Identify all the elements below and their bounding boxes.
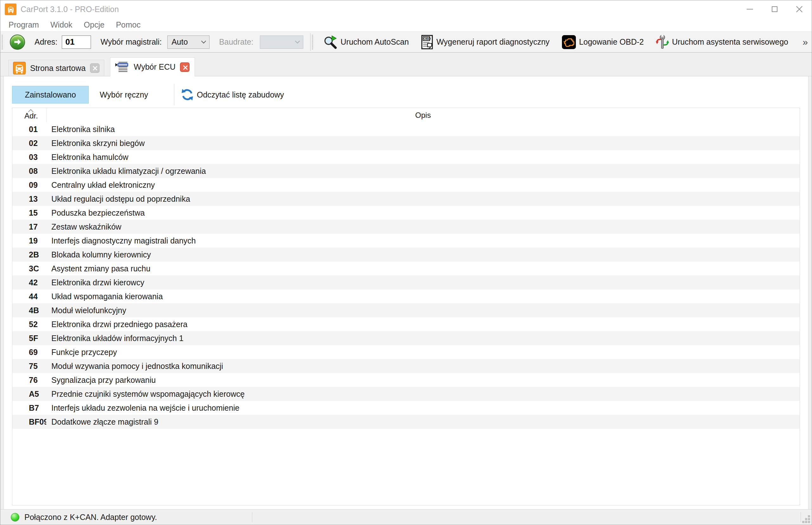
car-icon xyxy=(13,62,26,74)
table-row[interactable]: 15Poduszka bezpieczeństwa xyxy=(12,206,800,220)
table-row[interactable]: 42Elektronika drzwi kierowcy xyxy=(12,275,800,289)
ecu-address: 03 xyxy=(12,150,46,164)
ecu-address: 08 xyxy=(12,164,46,178)
table-row[interactable]: 2BBlokada kolumny kierownicy xyxy=(12,247,800,261)
table-row[interactable]: 19Interfejs diagnostyczny magistrali dan… xyxy=(12,234,800,247)
table-row[interactable]: BF09Dodatkowe złącze magistrali 9 xyxy=(12,415,800,429)
menu-opcje[interactable]: Opcje xyxy=(78,20,110,29)
menu-program[interactable]: Program xyxy=(3,20,45,29)
ecu-description: Moduł wielofunkcyjny xyxy=(46,303,800,317)
obd2-logging-button[interactable]: Logowanie OBD-2 xyxy=(558,35,648,49)
column-header-adr[interactable]: Adr. xyxy=(12,108,46,122)
baudrate-label: Baudrate: xyxy=(219,38,253,47)
table-row[interactable]: 02Elektronika skrzyni biegów xyxy=(12,136,800,150)
ecu-description: Układ regulacji odstępu od poprzednika xyxy=(46,192,800,206)
table-row[interactable]: 76Sygnalizacja przy parkowaniu xyxy=(12,373,800,387)
table-row[interactable]: 75Moduł wzywania pomocy i jednostka komu… xyxy=(12,359,800,373)
ecu-address: 17 xyxy=(12,220,46,234)
ecu-address: 19 xyxy=(12,234,46,247)
svg-text:OBD: OBD xyxy=(423,37,431,40)
ecu-address: 01 xyxy=(12,122,46,136)
table-row[interactable]: 09Centralny układ elektroniczny xyxy=(12,178,800,192)
ecu-description: Moduł wzywania pomocy i jednostka komuni… xyxy=(46,359,800,373)
ecu-description: Elektronika silnika xyxy=(46,122,800,136)
table-row[interactable]: 3CAsystent zmiany pasa ruchu xyxy=(12,261,800,275)
menu-pomoc[interactable]: Pomoc xyxy=(110,20,146,29)
ecu-address: 44 xyxy=(12,289,46,303)
service-assistant-label: Uruchom asystenta serwisowego xyxy=(672,38,788,47)
ecu-address: 75 xyxy=(12,359,46,373)
ecu-description: Poduszka bezpieczeństwa xyxy=(46,206,800,220)
table-row[interactable]: 4BModuł wielofunkcyjny xyxy=(12,303,800,317)
table-row[interactable]: 01Elektronika silnika xyxy=(12,122,800,136)
column-header-opis[interactable]: Opis xyxy=(46,108,800,122)
address-input[interactable] xyxy=(62,35,91,49)
maximize-button[interactable] xyxy=(762,0,787,18)
arrow-right-icon xyxy=(13,38,22,46)
ecu-description: Dodatkowe złącze magistrali 9 xyxy=(46,415,800,429)
toolbar-gripper[interactable] xyxy=(2,35,3,49)
tab-label: Strona startowa xyxy=(30,64,86,73)
subtab-wybor-reczny[interactable]: Wybór ręczny xyxy=(92,86,155,104)
table-row[interactable]: 13Układ regulacji odstępu od poprzednika xyxy=(12,192,800,206)
tab-strona-startowa[interactable]: Strona startowa xyxy=(8,60,104,76)
subtab-label: Wybór ręczny xyxy=(100,90,148,100)
table-row[interactable]: A5Przednie czujniki systemów wspomagając… xyxy=(12,387,800,401)
toolbar: Adres: Wybór magistrali: Auto Baudrate: … xyxy=(0,31,812,52)
ecu-description: Elektronika układów informacyjnych 1 xyxy=(46,331,800,345)
status-bar: Połączono z K+CAN. Adapter gotowy. xyxy=(0,509,812,525)
ecu-address: 69 xyxy=(12,345,46,359)
ecu-address: 3C xyxy=(12,261,46,275)
menu-bar: Program Widok Opcje Pomoc xyxy=(0,18,812,31)
minimize-icon xyxy=(747,9,753,10)
maximize-icon xyxy=(772,6,778,12)
refresh-icon xyxy=(181,88,194,101)
ecu-address: 76 xyxy=(12,373,46,387)
toolbar-separator xyxy=(310,33,310,51)
go-button[interactable] xyxy=(10,34,25,50)
table-row[interactable]: 08Elektronika układu klimatyzacji / ogrz… xyxy=(12,164,800,178)
ecu-address: BF09 xyxy=(12,415,46,429)
ecu-address: A5 xyxy=(12,387,46,401)
subtab-row: Zainstalowano Wybór ręczny Odczytać list… xyxy=(12,86,808,104)
close-button[interactable] xyxy=(787,0,812,18)
subtab-zainstalowano[interactable]: Zainstalowano xyxy=(12,86,89,104)
table-row[interactable]: B7Interfejs układu zezwolenia na wejście… xyxy=(12,401,800,415)
minimize-button[interactable] xyxy=(738,0,762,18)
tab-close-icon[interactable] xyxy=(90,63,100,73)
app-car-icon xyxy=(5,3,16,15)
bus-select[interactable]: Auto xyxy=(167,35,209,49)
service-assistant-button[interactable]: Uruchom asystenta serwisowego xyxy=(652,34,792,50)
table-row[interactable]: 52Elektronika drzwi przedniego pasażera xyxy=(12,317,800,331)
toolbar-overflow-chevron[interactable]: » xyxy=(802,37,808,47)
ecu-address: 5F xyxy=(12,331,46,345)
baudrate-select xyxy=(260,35,303,49)
table-row[interactable]: 69Funkcje przyczepy xyxy=(12,345,800,359)
diagnostic-report-label: Wygeneruj raport diagnostyczny xyxy=(436,38,550,47)
ecu-description: Układ wspomagania kierowania xyxy=(46,289,800,303)
subtab-separator xyxy=(174,84,174,105)
obd2-logging-icon xyxy=(562,35,576,49)
ecu-address: 02 xyxy=(12,136,46,150)
ecu-address: 13 xyxy=(12,192,46,206)
tab-close-icon[interactable] xyxy=(180,62,190,72)
autoscan-button[interactable]: Uruchom AutoScan xyxy=(319,35,413,49)
table-row[interactable]: 5FElektronika układów informacyjnych 1 xyxy=(12,331,800,345)
read-installation-list-button[interactable]: Odczytać listę zabudowy xyxy=(181,88,284,101)
ecu-table: Adr. Opis 01Elektronika silnika02Elektro… xyxy=(12,108,800,505)
autoscan-icon xyxy=(323,35,338,49)
tab-wybor-ecu[interactable]: Wybór ECU xyxy=(110,57,195,76)
table-header-row: Adr. Opis xyxy=(12,108,800,122)
table-row[interactable]: 17Zestaw wskaźników xyxy=(12,220,800,234)
resize-grip[interactable] xyxy=(802,515,810,523)
tab-label: Wybór ECU xyxy=(134,62,176,72)
table-row[interactable]: 44Układ wspomagania kierowania xyxy=(12,289,800,303)
table-row[interactable]: 03Elektronika hamulców xyxy=(12,150,800,164)
ecu-description: Blokada kolumny kierownicy xyxy=(46,247,800,261)
ecu-description: Elektronika skrzyni biegów xyxy=(46,136,800,150)
toolbar-gripper[interactable] xyxy=(312,35,313,49)
diagnostic-report-button[interactable]: OBD Wygeneruj raport diagnostyczny xyxy=(417,35,553,49)
ecu-description: Funkcje przyczepy xyxy=(46,345,800,359)
menu-widok[interactable]: Widok xyxy=(45,20,78,29)
ecu-table-body: 01Elektronika silnika02Elektronika skrzy… xyxy=(12,122,800,429)
